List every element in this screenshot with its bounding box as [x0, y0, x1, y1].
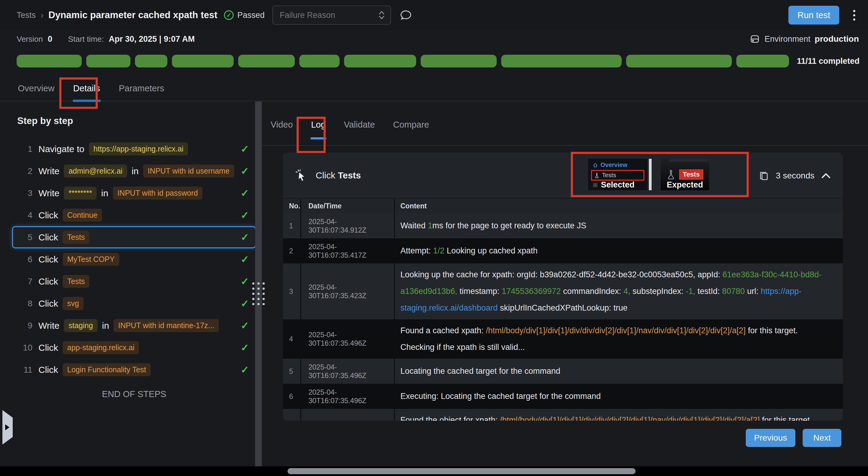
log-table-row: 12025-04-30T16:07:34.912ZWaited 1ms for … [283, 213, 843, 238]
progress-segment[interactable] [421, 55, 497, 67]
tabs-divider [0, 101, 868, 101]
home-icon [593, 163, 598, 168]
pagination: Previous Next [746, 429, 841, 447]
flask-icon [666, 169, 676, 180]
step-action-text: Click [38, 232, 58, 242]
breadcrumb-tests[interactable]: Tests [17, 10, 36, 20]
step-action-text: in [132, 166, 138, 176]
thumbnail-sliver [649, 159, 652, 190]
step-action-text: Click [38, 343, 58, 353]
more-options-kebab-icon[interactable] [849, 8, 859, 22]
step-selector-badge: svg [63, 297, 84, 310]
tab-details[interactable]: Details [73, 82, 101, 106]
tab-log[interactable]: Log [311, 118, 326, 143]
selected-caption: Selected [588, 180, 647, 190]
progress-segment[interactable] [501, 55, 622, 67]
step-selector-badge: app-staging.relicx.ai [63, 341, 139, 354]
expected-screenshot-thumbnail[interactable]: Tests Expected [661, 159, 709, 190]
selected-screenshot-thumbnail[interactable]: Overview Tests Suites Selected [588, 159, 647, 190]
status-badge: Passed [237, 10, 265, 20]
step-action-text: Click [38, 365, 58, 375]
run-test-button[interactable]: Run test [788, 6, 839, 25]
log-row-number: 3 [283, 263, 301, 319]
tab-overview[interactable]: Overview [17, 82, 55, 106]
step-action-text: Write [38, 188, 59, 198]
step-row[interactable]: 6ClickMyTest COPY✓ [12, 248, 256, 270]
step-action-text: Click [38, 210, 58, 220]
step-description: Navigate tohttps://app-staging.relicx.ai [38, 142, 188, 156]
progress-segment[interactable] [299, 55, 340, 67]
step-success-check-icon: ✓ [237, 320, 249, 332]
log-step-title: Click Tests [316, 170, 361, 180]
duration-group: 3 seconds [759, 153, 831, 199]
progress-segment[interactable] [135, 55, 167, 67]
step-selector-badge: INPUT with id username [143, 165, 234, 177]
log-table-header: No. Date/Time Content [283, 199, 843, 213]
next-button[interactable]: Next [803, 429, 841, 447]
step-selector-badge: Tests [63, 275, 89, 288]
step-row[interactable]: 2Writeadmin@relicx.aiinINPUT with id use… [12, 160, 256, 182]
progress-segment[interactable] [172, 55, 234, 67]
step-row[interactable]: 8Clicksvg✓ [12, 293, 256, 314]
log-content-orange-text: /html/body/div[1]/div[1]/div/div/div[2]/… [486, 326, 745, 335]
drag-handle-dots-icon[interactable] [252, 282, 265, 305]
log-content-text: substepIndex: [630, 287, 686, 296]
failure-reason-select[interactable]: Failure Reason [272, 5, 391, 25]
log-content-text: url: [745, 287, 761, 296]
steps-heading: Step by step [17, 115, 256, 127]
step-number: 8 [19, 299, 32, 308]
panel-resize-scrollbar[interactable] [255, 102, 262, 466]
step-list: 1Navigate tohttps://app-staging.relicx.a… [12, 138, 256, 381]
progress-segment[interactable] [86, 55, 130, 67]
comment-bubble-icon[interactable] [400, 9, 412, 22]
log-row-timestamp: 2025-04-30T16:07:34.912Z [301, 213, 395, 238]
step-row[interactable]: 3Write********inINPUT with id password✓ [12, 182, 256, 204]
tab-compare[interactable]: Compare [393, 118, 430, 143]
log-row-timestamp: 2025-04-30T16:07:35.496Z [301, 384, 395, 409]
progress-segment[interactable] [626, 55, 732, 67]
tab-parameters[interactable]: Parameters [118, 82, 165, 106]
step-value-badge: ******** [64, 186, 97, 200]
col-header-content: Content [395, 199, 843, 213]
step-row[interactable]: 5ClickTests✓ [12, 226, 256, 248]
log-table-row: 52025-04-30T16:07:35.496ZLocating the ca… [283, 359, 843, 384]
collapse-chevron-up-icon[interactable] [821, 172, 831, 179]
step-number: 7 [19, 277, 32, 286]
log-row-timestamp: 2025-04-30T16:07:35.753Z [301, 409, 395, 421]
previous-button[interactable]: Previous [746, 429, 795, 447]
step-row[interactable]: 7ClickTests✓ [12, 270, 256, 293]
log-row-timestamp: 2025-04-30T16:07:35.496Z [301, 359, 395, 384]
step-row[interactable]: 11ClickLogin Functionality Test✓ [12, 359, 256, 381]
failure-reason-placeholder: Failure Reason [280, 10, 335, 20]
log-row-content: Waited 1ms for the page to get ready to … [395, 214, 843, 237]
end-of-steps-label: END OF STEPS [12, 389, 256, 399]
step-success-check-icon: ✓ [237, 364, 249, 376]
horizontal-scrollbar-thumb[interactable] [287, 468, 636, 474]
step-success-check-icon: ✓ [237, 187, 249, 199]
detail-tab-bar: Video Log Validate Compare [270, 118, 430, 143]
step-row[interactable]: 4ClickContinue✓ [12, 204, 256, 226]
progress-segment[interactable] [17, 55, 82, 67]
log-content-text: Locating the cached target for the comma… [400, 367, 560, 376]
log-content-text: ms for the page to get ready to execute … [433, 221, 587, 230]
progress-segment[interactable] [736, 55, 789, 67]
log-card-header: Click Tests Overview Tests Suites Select… [283, 153, 843, 199]
step-row[interactable]: 9WritestaginginINPUT with id mantine-17z… [12, 314, 256, 337]
col-header-no: No. [283, 199, 301, 213]
copy-icon[interactable] [759, 171, 769, 181]
tab-validate[interactable]: Validate [343, 118, 376, 143]
progress-bar [17, 55, 789, 67]
log-table-row: 22025-04-30T16:07:35.417ZAttempt: 1/2 Lo… [283, 238, 843, 263]
step-row[interactable]: 1Navigate tohttps://app-staging.relicx.a… [12, 138, 256, 160]
progress-segment[interactable] [238, 55, 295, 67]
log-content-text: commandIndex: [561, 287, 623, 296]
progress-segment[interactable] [344, 55, 416, 67]
step-description: Writeadmin@relicx.aiinINPUT with id user… [38, 165, 234, 177]
panel-expand-handle[interactable] [2, 410, 13, 445]
step-selector-badge: MyTest COPY [63, 253, 119, 266]
log-table-body: 12025-04-30T16:07:34.912ZWaited 1ms for … [283, 213, 843, 421]
log-table-row: 72025-04-30T16:07:35.753ZFound the objec… [283, 409, 843, 421]
step-row[interactable]: 10Clickapp-staging.relicx.ai✓ [12, 337, 256, 359]
step-action-text: in [101, 188, 108, 198]
tab-video[interactable]: Video [270, 118, 293, 143]
